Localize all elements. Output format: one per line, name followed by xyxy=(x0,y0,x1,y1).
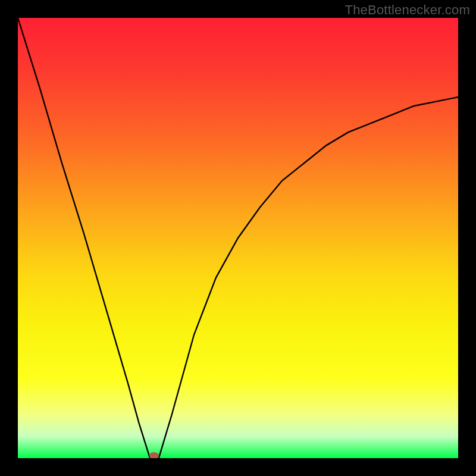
curve-path xyxy=(18,18,458,458)
minimum-marker xyxy=(149,452,159,458)
plot-area xyxy=(18,18,458,458)
bottleneck-curve xyxy=(18,18,458,458)
chart-frame: TheBottlenecker.com xyxy=(0,0,476,476)
watermark-text: TheBottlenecker.com xyxy=(345,2,470,18)
